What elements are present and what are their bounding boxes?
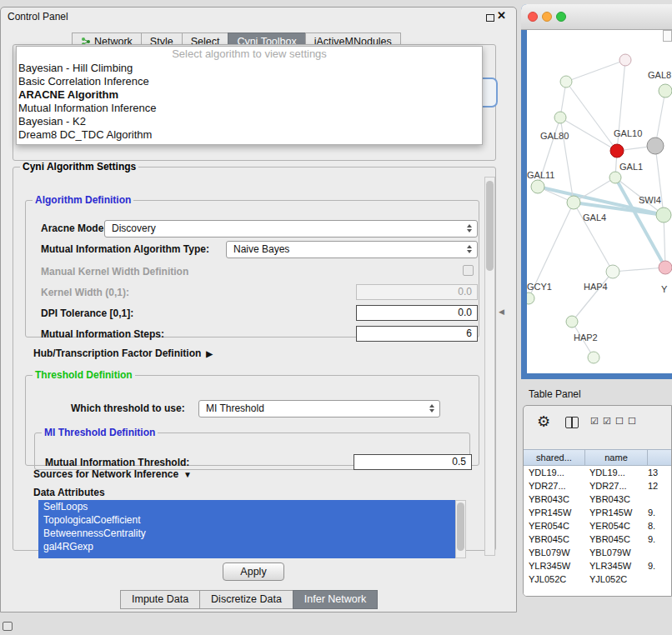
dropdown-item[interactable]: Bayesian - Hill Climbing bbox=[17, 62, 482, 75]
list-item[interactable]: gal4RGexp bbox=[38, 540, 455, 553]
minimize-traffic-light[interactable] bbox=[542, 12, 552, 22]
table-cell bbox=[646, 572, 672, 586]
list-scrollbar-thumb[interactable] bbox=[457, 502, 464, 551]
table-cell: YER054C bbox=[524, 519, 584, 532]
table-cell: 9. bbox=[646, 506, 672, 519]
network-node-label: HAP2 bbox=[574, 332, 598, 342]
table-row[interactable]: YER054CYER054C8. bbox=[524, 519, 672, 532]
dropdown-item[interactable]: Dream8 DC_TDC Algorithm bbox=[17, 128, 482, 142]
settings-scrollbar[interactable] bbox=[484, 177, 495, 556]
table-cell: 9. bbox=[646, 532, 672, 546]
network-node[interactable] bbox=[610, 144, 624, 158]
expand-down-icon: ▼ bbox=[183, 470, 192, 479]
gear-icon[interactable]: ⚙ bbox=[537, 412, 550, 431]
minimized-panel-icon[interactable] bbox=[3, 622, 13, 631]
table-cell: 8. bbox=[646, 519, 672, 532]
network-canvas-svg[interactable]: GAL8GAL80GAL10GAL11GAL1SWI4GAL4GCY1HAP4H… bbox=[527, 30, 672, 373]
select-all-columns-icon[interactable]: ☑ ☑ bbox=[590, 416, 612, 427]
which-threshold-value: MI Threshold bbox=[206, 402, 264, 414]
dropdown-item[interactable]: Mutual Information Inference bbox=[17, 102, 482, 115]
network-node-label: Y bbox=[661, 284, 668, 294]
bottom-tabbar: Impute Data Discretize Data Infer Networ… bbox=[121, 590, 378, 609]
network-node[interactable] bbox=[566, 316, 578, 328]
network-node[interactable] bbox=[588, 352, 599, 363]
network-node-label: GAL80 bbox=[540, 131, 569, 141]
mi-steps-field[interactable]: 6 bbox=[356, 326, 478, 342]
network-scrollbar-corner[interactable] bbox=[663, 30, 672, 42]
table-row[interactable]: YBL079WYBL079W bbox=[524, 546, 672, 559]
dropdown-item[interactable]: Bayesian - K2 bbox=[17, 115, 482, 128]
list-item[interactable]: SelfLoops bbox=[38, 500, 455, 513]
which-threshold-label: Which threshold to use: bbox=[71, 402, 185, 414]
network-node[interactable] bbox=[659, 84, 672, 98]
mi-type-value: Naive Bayes bbox=[233, 243, 289, 255]
mi-threshold-field[interactable]: 0.5 bbox=[354, 454, 472, 470]
sources-label: Sources for Network Inference bbox=[33, 468, 178, 480]
kernel-width-label: Kernel Width (0,1): bbox=[41, 287, 129, 298]
unselect-all-columns-icon[interactable]: ☐ ☐ bbox=[615, 416, 637, 427]
tab-discretize-data[interactable]: Discretize Data bbox=[199, 590, 293, 609]
table-cell: YPR145W bbox=[524, 506, 584, 519]
dropdown-item[interactable]: Basic Correlation Inference bbox=[17, 75, 482, 88]
mi-type-select[interactable]: Naive Bayes bbox=[226, 241, 478, 258]
list-item[interactable]: TopologicalCoefficient bbox=[38, 513, 455, 527]
close-icon[interactable]: ✕ bbox=[497, 9, 506, 22]
float-window-icon[interactable] bbox=[486, 14, 494, 22]
table-row[interactable]: YBR043CYBR043C bbox=[524, 492, 672, 506]
dropdown-placeholder: Select algorithm to view settings bbox=[17, 47, 482, 62]
dropdown-item-selected[interactable]: ARACNE Algorithm bbox=[17, 88, 482, 102]
network-node[interactable] bbox=[531, 180, 544, 193]
settings-scrollbar-thumb[interactable] bbox=[486, 181, 494, 271]
zoom-traffic-light[interactable] bbox=[556, 12, 566, 22]
table-row[interactable]: YDL19...YDL19...13 bbox=[524, 466, 672, 479]
table-row[interactable]: YBR045CYBR045C9. bbox=[524, 532, 672, 546]
mi-steps-label: Mutual Information Steps: bbox=[41, 328, 164, 340]
table-cell bbox=[646, 492, 672, 506]
network-node[interactable] bbox=[606, 265, 619, 278]
table-cell: YPR145W bbox=[584, 506, 646, 519]
collapse-left-icon[interactable]: ◀ bbox=[499, 308, 504, 316]
network-node[interactable] bbox=[609, 172, 621, 183]
network-node[interactable] bbox=[554, 112, 566, 123]
hub-section-toggle[interactable]: Hub/Transcription Factor Definition▶ bbox=[33, 348, 213, 359]
mi-type-label: Mutual Information Algorithm Type: bbox=[41, 243, 209, 255]
combo-arrows-icon bbox=[429, 404, 434, 412]
table-row[interactable]: YPR145WYPR145W9. bbox=[524, 506, 672, 519]
network-node[interactable] bbox=[560, 76, 572, 88]
show-columns-icon[interactable] bbox=[565, 417, 579, 428]
manual-kernel-checkbox[interactable] bbox=[463, 265, 474, 276]
dpi-tolerance-field[interactable]: 0.0 bbox=[356, 305, 478, 321]
network-edge bbox=[615, 178, 665, 268]
network-node[interactable] bbox=[527, 292, 534, 304]
table-cell: YBR045C bbox=[584, 532, 646, 546]
apply-button[interactable]: Apply bbox=[223, 562, 284, 581]
network-node[interactable] bbox=[656, 208, 671, 222]
table-row[interactable]: YLR345WYLR345W9. bbox=[524, 559, 672, 572]
list-scrollbar[interactable] bbox=[455, 500, 466, 558]
close-traffic-light[interactable] bbox=[528, 12, 538, 22]
data-attributes-list: SelfLoops TopologicalCoefficient Between… bbox=[38, 500, 455, 558]
sources-toggle[interactable]: Sources for Network Inference▼ bbox=[33, 468, 192, 480]
table-row[interactable]: YDR27...YDR27...12 bbox=[524, 479, 672, 492]
list-item[interactable]: BetweennessCentrality bbox=[38, 527, 455, 540]
tab-impute-data[interactable]: Impute Data bbox=[120, 590, 200, 609]
network-node[interactable] bbox=[567, 196, 580, 209]
table-cell: YBL079W bbox=[524, 546, 584, 559]
network-node[interactable] bbox=[659, 261, 672, 274]
network-node[interactable] bbox=[647, 138, 664, 154]
network-canvas[interactable]: GAL8GAL80GAL10GAL11GAL1SWI4GAL4GCY1HAP4H… bbox=[527, 30, 672, 373]
column-header-partial[interactable] bbox=[648, 450, 672, 465]
aracne-mode-select[interactable]: Discovery bbox=[104, 220, 478, 238]
kernel-width-field[interactable]: 0.0 bbox=[356, 284, 478, 300]
settings-group-title: Cyni Algorithm Settings bbox=[20, 161, 138, 172]
table-cell: YBR043C bbox=[584, 492, 646, 506]
combo-arrows-icon bbox=[467, 224, 472, 232]
which-threshold-select[interactable]: MI Threshold bbox=[198, 400, 440, 418]
aracne-mode-value: Discovery bbox=[112, 222, 156, 234]
column-header-name[interactable]: name bbox=[585, 450, 648, 465]
tab-infer-network[interactable]: Infer Network bbox=[293, 590, 378, 609]
table-row[interactable]: YJL052CYJL052C bbox=[524, 572, 672, 586]
network-node[interactable] bbox=[619, 54, 631, 66]
network-window-titlebar bbox=[521, 4, 672, 30]
column-header-shared-name[interactable]: shared... bbox=[524, 450, 585, 465]
